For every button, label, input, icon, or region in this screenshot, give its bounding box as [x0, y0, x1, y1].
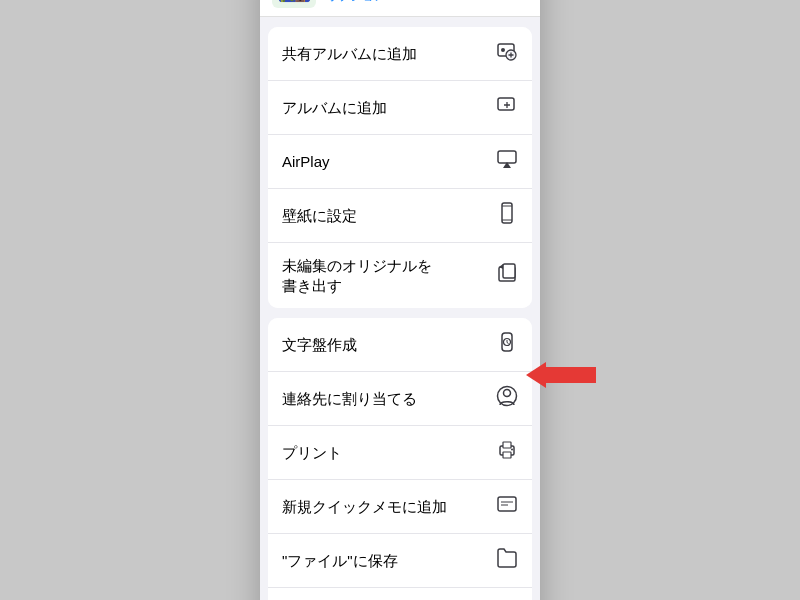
print-item[interactable]: プリント [268, 426, 532, 480]
quick-note-item[interactable]: 新規クイックメモに追加 [268, 480, 532, 534]
svg-rect-22 [503, 452, 511, 458]
add-shared-album-label: 共有アルバムに追加 [282, 44, 417, 64]
svg-rect-5 [498, 98, 514, 110]
watch-face-item[interactable]: 文字盤作成 [268, 318, 532, 372]
print-icon [496, 439, 518, 466]
assign-contact-icon [496, 385, 518, 412]
quick-note-label: 新規クイックメモに追加 [282, 497, 447, 517]
svg-point-24 [511, 449, 513, 451]
svg-rect-23 [503, 442, 511, 448]
svg-point-19 [504, 390, 511, 397]
airplay-item[interactable]: AirPlay [268, 135, 532, 189]
options-button[interactable]: オプション › [326, 0, 437, 5]
add-shared-album-item[interactable]: 共有アルバムに追加 [268, 27, 532, 81]
section-1: 共有アルバムに追加 アルバムに追加 [268, 27, 532, 308]
save-files-item[interactable]: "ファイル"に保存 [268, 534, 532, 588]
action-sheet: 🎑 1枚の写真を選択中 オプション › ✕ 共有アルバムに追加 [260, 0, 540, 600]
assign-contact-label: 連絡先に割り当てる [282, 389, 417, 409]
svg-rect-14 [503, 264, 515, 278]
arrow-body [546, 367, 596, 383]
assign-contact-item[interactable]: 連絡先に割り当てる [268, 372, 532, 426]
svg-rect-8 [498, 151, 516, 163]
save-files-icon [496, 547, 518, 574]
sheet-header: 🎑 1枚の写真を選択中 オプション › ✕ [260, 0, 540, 17]
thumb-emoji: 🎑 [277, 0, 312, 3]
save-files-label: "ファイル"に保存 [282, 551, 398, 571]
add-album-icon [496, 94, 518, 121]
svg-point-4 [501, 48, 505, 52]
watch-face-label: 文字盤作成 [282, 335, 357, 355]
export-original-label: 未編集のオリジナルを 書き出す [282, 256, 432, 295]
set-wallpaper-label: 壁紙に設定 [282, 206, 357, 226]
watch-face-icon [496, 331, 518, 358]
airplay-label: AirPlay [282, 152, 330, 172]
save-draft-item[interactable]: 下書きとして保存 Ⓦ [268, 588, 532, 600]
airplay-icon [496, 148, 518, 175]
svg-rect-25 [498, 497, 516, 511]
print-label: プリント [282, 443, 342, 463]
section-2: 文字盤作成 連絡先に割り当てる [268, 318, 532, 600]
quick-note-icon [496, 493, 518, 520]
export-original-item[interactable]: 未編集のオリジナルを 書き出す [268, 243, 532, 308]
add-album-label: アルバムに追加 [282, 98, 387, 118]
svg-line-18 [507, 343, 509, 344]
export-original-icon [496, 262, 518, 289]
set-wallpaper-item[interactable]: 壁紙に設定 [268, 189, 532, 243]
add-shared-album-icon [496, 40, 518, 67]
arrow-head [526, 362, 546, 388]
set-wallpaper-icon [496, 202, 518, 229]
header-info: 1枚の写真を選択中 オプション › [326, 0, 437, 5]
add-album-item[interactable]: アルバムに追加 [268, 81, 532, 135]
photo-thumbnail: 🎑 [272, 0, 316, 8]
